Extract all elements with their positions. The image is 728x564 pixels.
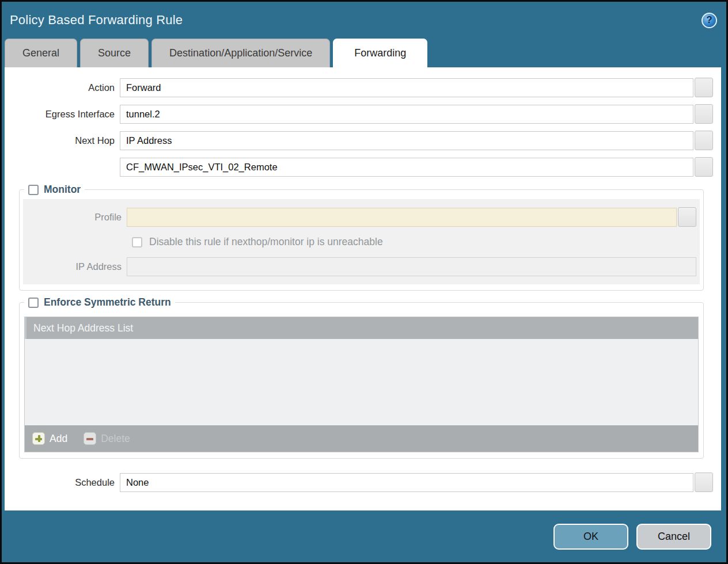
- tab-source[interactable]: Source: [80, 39, 149, 67]
- monitor-ip-row: IP Address: [23, 257, 696, 276]
- monitor-section: Monitor Profile Disable this rule if nex…: [19, 184, 704, 291]
- action-input[interactable]: [120, 78, 693, 97]
- monitor-title: Monitor: [44, 184, 81, 196]
- tab-bar: General Source Destination/Application/S…: [2, 39, 726, 67]
- action-label: Action: [5, 82, 120, 93]
- tab-destination-application-service[interactable]: Destination/Application/Service: [151, 39, 330, 67]
- next-hop-combo: [120, 131, 713, 150]
- next-hop-address-row: [5, 157, 713, 177]
- schedule-label: Schedule: [5, 477, 120, 488]
- schedule-combo: [120, 472, 713, 492]
- cancel-button[interactable]: Cancel: [636, 524, 711, 550]
- enforce-symmetric-return-legend: Enforce Symmetric Return: [24, 296, 175, 308]
- next-hop-dropdown-button[interactable]: [695, 131, 713, 150]
- egress-interface-label: Egress Interface: [5, 109, 120, 120]
- minus-icon: [84, 432, 96, 445]
- monitor-checkbox[interactable]: [28, 185, 39, 195]
- disable-rule-checkbox: [132, 237, 142, 247]
- profile-input: [127, 208, 677, 227]
- profile-dropdown-button: [678, 207, 696, 227]
- next-hop-row: Next Hop: [5, 131, 713, 150]
- forwarding-tab-panel: Action Egress Interface Next Hop: [5, 67, 721, 510]
- egress-interface-input[interactable]: [120, 105, 693, 124]
- monitor-ip-label: IP Address: [23, 261, 127, 272]
- monitor-legend: Monitor: [24, 184, 85, 196]
- profile-row: Profile: [23, 207, 696, 227]
- next-hop-address-dropdown-button[interactable]: [695, 157, 713, 177]
- egress-interface-row: Egress Interface: [5, 104, 713, 124]
- add-button[interactable]: Add: [32, 432, 67, 445]
- ok-button[interactable]: OK: [553, 524, 628, 550]
- dialog-title: Policy Based Forwarding Rule: [10, 13, 183, 28]
- enforce-symmetric-return-title: Enforce Symmetric Return: [44, 296, 171, 308]
- next-hop-label: Next Hop: [5, 135, 120, 146]
- delete-button-label: Delete: [101, 433, 130, 445]
- profile-combo: [127, 207, 696, 227]
- plus-icon: [32, 432, 45, 445]
- schedule-dropdown-button[interactable]: [695, 472, 713, 492]
- enforce-symmetric-return-checkbox[interactable]: [28, 298, 39, 308]
- action-row: Action: [5, 78, 713, 97]
- tab-general[interactable]: General: [5, 39, 77, 67]
- monitor-ip-input: [127, 257, 696, 276]
- schedule-input[interactable]: [120, 473, 693, 492]
- titlebar: Policy Based Forwarding Rule ?: [2, 2, 726, 39]
- profile-label: Profile: [23, 212, 127, 223]
- next-hop-type-input[interactable]: [120, 131, 693, 150]
- next-hop-address-table: Next Hop Address List Add Delete: [24, 317, 699, 452]
- egress-interface-combo: [120, 104, 713, 124]
- next-hop-address-list-body: [25, 339, 698, 425]
- action-combo: [120, 78, 713, 97]
- help-icon[interactable]: ?: [702, 13, 717, 28]
- add-button-label: Add: [50, 433, 67, 445]
- next-hop-address-list-header: Next Hop Address List: [25, 317, 698, 339]
- next-hop-address-combo: [120, 157, 713, 177]
- disable-rule-row: Disable this rule if nexthop/monitor ip …: [23, 236, 696, 248]
- schedule-row: Schedule: [5, 472, 713, 492]
- policy-based-forwarding-dialog: Policy Based Forwarding Rule ? General S…: [0, 0, 728, 564]
- delete-button: Delete: [84, 432, 130, 445]
- monitor-panel: Profile Disable this rule if nexthop/mon…: [23, 199, 700, 284]
- next-hop-address-list-toolbar: Add Delete: [25, 425, 698, 452]
- tab-forwarding[interactable]: Forwarding: [333, 39, 427, 67]
- next-hop-address-input[interactable]: [120, 158, 693, 177]
- action-dropdown-button[interactable]: [695, 78, 713, 97]
- enforce-symmetric-return-section: Enforce Symmetric Return Next Hop Addres…: [19, 296, 704, 459]
- egress-interface-dropdown-button[interactable]: [695, 104, 713, 124]
- dialog-footer: OK Cancel: [2, 510, 726, 562]
- disable-rule-label: Disable this rule if nexthop/monitor ip …: [149, 236, 383, 248]
